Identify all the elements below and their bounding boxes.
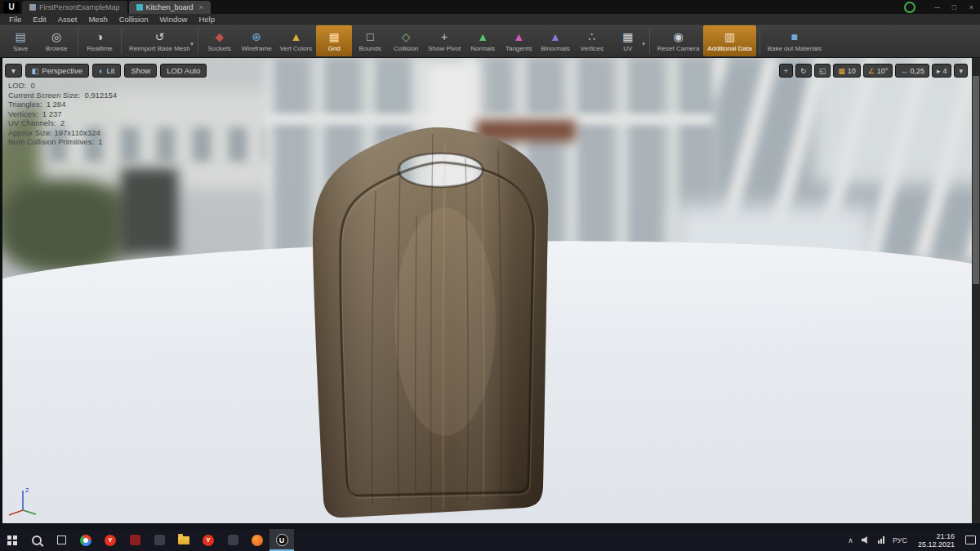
- tab-firstpersonexamplemap[interactable]: FirstPersonExampleMap: [22, 1, 127, 14]
- taskbar-app-icon: [7, 535, 17, 545]
- viewport-button-label: Lit: [106, 66, 114, 75]
- toolbar-button-label: Reset Camera: [657, 45, 700, 52]
- toolbar-button[interactable]: [78, 28, 78, 54]
- perspective-button[interactable]: ◧ Perspective: [25, 64, 89, 78]
- uv-toggle[interactable]: ▦ UV ▾: [610, 25, 646, 56]
- stat-line: Num Collision Primitives: 1: [8, 137, 117, 147]
- reimport-base-mesh-button[interactable]: ↺ Reimport Base Mesh ▾: [125, 25, 194, 56]
- minimize-button[interactable]: ─: [929, 3, 946, 11]
- menu-item[interactable]: Asset: [52, 15, 83, 24]
- grid-snap-button[interactable]: ▦ 10: [833, 64, 861, 78]
- app-icon-dark-1[interactable]: [147, 529, 172, 551]
- stat-line: Triangles: 1 284: [8, 100, 117, 109]
- menu-item[interactable]: File: [3, 15, 27, 24]
- toolbar-button-label: Browse: [46, 45, 68, 52]
- viewport-button-icon: ◧: [32, 67, 39, 75]
- normals-toggle[interactable]: ▲ Normals: [465, 25, 501, 56]
- start-button[interactable]: [0, 529, 24, 551]
- notifications-button[interactable]: [961, 529, 980, 551]
- show-pivot-toggle[interactable]: + Show Pivot: [424, 25, 465, 56]
- menu-item[interactable]: Edit: [27, 15, 51, 24]
- toolbar-button-label: Realtime: [87, 45, 113, 52]
- sockets-toggle[interactable]: ◆ Sockets: [202, 25, 238, 56]
- save-button[interactable]: ▤ Save: [2, 25, 38, 56]
- language-indicator[interactable]: РУС: [889, 529, 911, 551]
- binormals-toggle[interactable]: ▲ Binormals: [537, 25, 574, 56]
- volume-icon[interactable]: [858, 529, 874, 551]
- toolbar-button-label: Show Pivot: [428, 45, 461, 52]
- menu-item[interactable]: Window: [154, 15, 194, 24]
- show-flags-button[interactable]: Show: [124, 64, 157, 78]
- toolbar-button-icon: ▲: [290, 30, 301, 44]
- additional-data-toggle[interactable]: ▥ Additional Data: [703, 25, 755, 56]
- browse-button[interactable]: ◎ Browse: [38, 25, 74, 56]
- toolbar-button-label: Vertices: [581, 45, 604, 52]
- collision-toggle[interactable]: ◇ Collision: [388, 25, 424, 56]
- toolbar-button[interactable]: [760, 28, 760, 54]
- tangents-toggle[interactable]: ▲ Tangents: [501, 25, 537, 56]
- grid-toggle[interactable]: ▦ Grid: [316, 25, 352, 56]
- dropdown-caret-icon[interactable]: ▾: [190, 41, 194, 47]
- mesh-stats-overlay: LOD: 0 Current Screen Size: 0,912154 Tri…: [8, 81, 117, 147]
- stat-line: Vertices: 1 237: [8, 109, 117, 119]
- reset-camera-button[interactable]: ◉ Reset Camera: [653, 25, 704, 56]
- wireframe-toggle[interactable]: ⊕ Wireframe: [238, 25, 276, 56]
- toolbar-button-icon: ▤: [15, 30, 25, 44]
- viewport-3d[interactable]: ▾ ◧ Perspective ◐ Lit Show: [0, 58, 980, 523]
- toolbar-button[interactable]: [198, 28, 198, 54]
- dropdown-caret-icon[interactable]: ▾: [642, 41, 645, 47]
- task-view-button[interactable]: [49, 529, 74, 551]
- camera-speed-dropdown[interactable]: ▾: [954, 64, 968, 78]
- app-icon-orange[interactable]: [245, 529, 270, 551]
- search-button[interactable]: [24, 529, 49, 551]
- yandex-browser-icon[interactable]: Y: [98, 529, 122, 551]
- toolbar-button-label: Binormals: [541, 45, 570, 52]
- toolbar-button[interactable]: [121, 28, 122, 54]
- maximize-button[interactable]: □: [946, 3, 963, 11]
- app-icon-red[interactable]: [122, 529, 147, 551]
- account-avatar-icon[interactable]: [904, 2, 915, 13]
- scrollbar-thumb[interactable]: [973, 76, 979, 284]
- vertices-toggle[interactable]: ∴ Vertices: [574, 25, 610, 56]
- vert-colors-toggle[interactable]: ▲ Vert Colors: [276, 25, 317, 56]
- viewport-options-button[interactable]: ▾: [5, 64, 22, 78]
- scale-snap-button[interactable]: ↔ 0,25: [895, 64, 929, 78]
- toolbar-button-label: Reimport Base Mesh: [129, 45, 190, 52]
- network-icon[interactable]: [874, 529, 889, 551]
- bake-out-materials-button[interactable]: ■ Bake out Materials: [764, 25, 826, 56]
- clock[interactable]: 21:16 25.12.2021: [911, 529, 961, 551]
- system-tray: ∧ РУС 21:16 25.12.2021: [844, 529, 980, 551]
- lit-mode-button[interactable]: ◐ Lit: [92, 64, 121, 78]
- toolbar-button-label: Normals: [470, 45, 495, 52]
- windows-taskbar: Y Y U: [0, 529, 980, 551]
- rotate-widget-button[interactable]: ↻: [795, 64, 812, 78]
- menu-item[interactable]: Help: [193, 15, 220, 24]
- tab-close-icon[interactable]: ×: [199, 3, 203, 11]
- taskbar-app-icon: [252, 535, 263, 546]
- scale-widget-button[interactable]: ◱: [814, 64, 831, 78]
- chrome-icon[interactable]: [74, 529, 98, 551]
- unreal-editor-button[interactable]: U: [270, 529, 294, 551]
- file-explorer-icon[interactable]: [172, 529, 196, 551]
- close-button[interactable]: ×: [963, 3, 980, 11]
- hidden-icons-button[interactable]: ∧: [844, 529, 858, 551]
- realtime-button[interactable]: ◑ Realtime: [82, 25, 118, 56]
- toolbar-button-icon: ◇: [402, 30, 411, 44]
- camera-speed-button[interactable]: ▸ 4: [932, 64, 952, 78]
- menu-item[interactable]: Collision: [114, 15, 154, 24]
- viewport-button-icon: ◐: [99, 67, 103, 75]
- rotation-snap-button[interactable]: ∠ 10°: [863, 64, 893, 78]
- viewport-scrollbar[interactable]: [972, 58, 980, 523]
- toolbar-button[interactable]: [649, 28, 650, 54]
- static-mesh-cutting-board[interactable]: [302, 118, 559, 523]
- tab-kitchen-board[interactable]: Kitchen_board ×: [129, 1, 211, 14]
- unreal-editor-window: U FirstPersonExampleMap Kitchen_board × …: [0, 0, 980, 551]
- translate-widget-button[interactable]: +: [779, 64, 793, 78]
- lod-auto-button[interactable]: LOD Auto: [160, 64, 207, 78]
- yandex-music-icon[interactable]: Y: [196, 529, 220, 551]
- taskbar-app-icon: [57, 535, 66, 544]
- app-icon-dark-2[interactable]: [220, 529, 245, 551]
- menu-item[interactable]: Mesh: [82, 15, 113, 24]
- bounds-toggle[interactable]: □ Bounds: [352, 25, 388, 56]
- tab-asset-icon: [29, 4, 36, 11]
